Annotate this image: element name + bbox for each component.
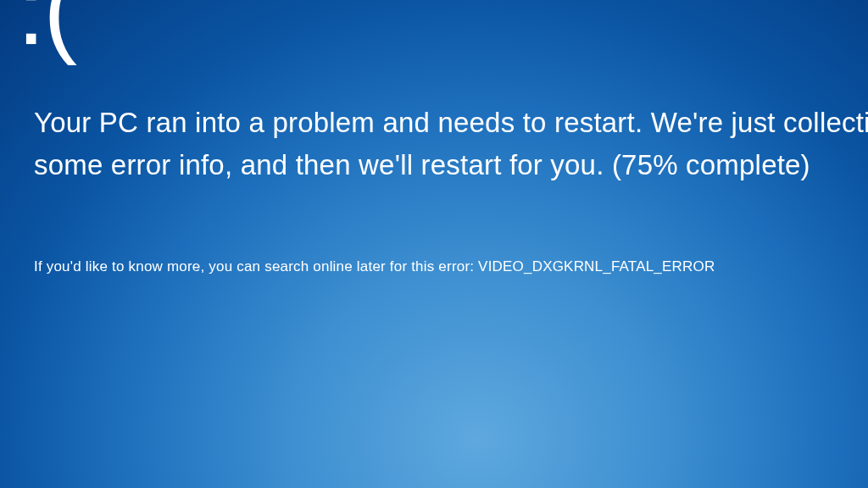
sad-face-icon: :( <box>17 0 75 59</box>
error-details: If you'd like to know more, you can sear… <box>34 258 851 275</box>
error-message: Your PC ran into a problem and needs to … <box>34 102 868 186</box>
